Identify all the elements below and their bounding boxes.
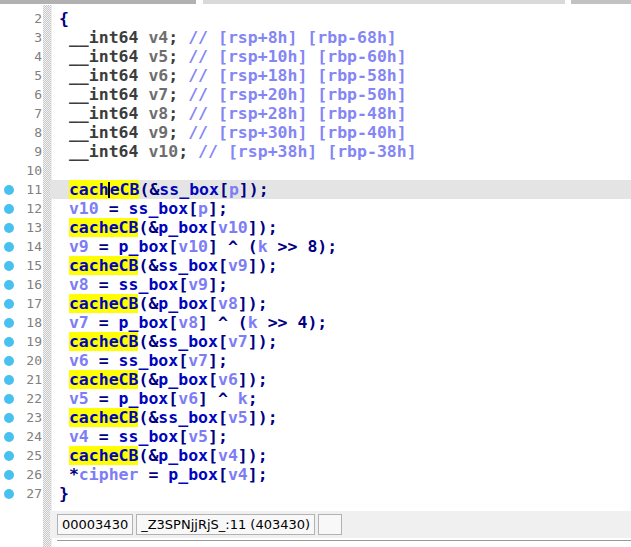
code-line[interactable]: 2{ [0, 9, 631, 28]
code-text[interactable]: v4 = ss_box[v5]; [59, 427, 228, 446]
code-text[interactable]: cacheCB(&ss_box[v7]); [59, 332, 278, 351]
line-marker-dot[interactable] [4, 318, 14, 328]
line-marker-cell[interactable] [0, 489, 18, 499]
line-marker-dot[interactable] [4, 470, 14, 480]
line-marker-cell[interactable] [0, 223, 18, 233]
code-token-dv: v9 [148, 123, 168, 142]
line-marker-dot[interactable] [4, 337, 14, 347]
code-token-glob: p_box [119, 313, 169, 332]
line-marker-cell[interactable] [0, 242, 18, 252]
code-text[interactable]: __int64 v7; // [rsp+20h] [rbp-50h] [59, 85, 407, 104]
code-text[interactable]: cacheCB(&p_box[v6]); [59, 370, 268, 389]
code-line[interactable]: 11cacheCB(&ss_box[p]); [0, 180, 631, 199]
code-text[interactable]: v8 = ss_box[v9]; [59, 275, 228, 294]
line-marker-cell[interactable] [0, 318, 18, 328]
line-marker-cell[interactable] [0, 337, 18, 347]
code-text[interactable]: cacheCB(&p_box[v8]); [59, 294, 268, 313]
code-token-num: 4 [297, 313, 307, 332]
code-line[interactable]: 24v4 = ss_box[v5]; [0, 427, 631, 446]
code-line[interactable]: 15cacheCB(&ss_box[v9]); [0, 256, 631, 275]
code-line[interactable]: 26*cipher = p_box[v4]; [0, 465, 631, 484]
code-line[interactable]: 6__int64 v7; // [rsp+20h] [rbp-50h] [0, 85, 631, 104]
status-extra [318, 514, 342, 535]
code-line[interactable]: 9__int64 v10; // [rsp+38h] [rbp-38h] [0, 142, 631, 161]
code-line[interactable]: 19cacheCB(&ss_box[v7]); [0, 332, 631, 351]
code-token-punc: (& [139, 180, 159, 199]
line-marker-dot[interactable] [4, 242, 14, 252]
code-text[interactable]: cacheCB(&ss_box[v5]); [59, 408, 278, 427]
code-line[interactable]: 3__int64 v4; // [rsp+8h] [rbp-68h] [0, 28, 631, 47]
line-marker-dot[interactable] [4, 356, 14, 366]
code-line[interactable]: 20v6 = ss_box[v7]; [0, 351, 631, 370]
code-text[interactable]: v7 = p_box[v8] ^ (k >> 4); [59, 313, 327, 332]
code-text[interactable]: } [59, 484, 69, 503]
line-marker-cell[interactable] [0, 280, 18, 290]
line-marker-cell[interactable] [0, 432, 18, 442]
code-token-punc: = [89, 389, 119, 408]
code-token-punc: ]); [238, 294, 268, 313]
code-line[interactable]: 16v8 = ss_box[v9]; [0, 275, 631, 294]
code-line[interactable]: 13cacheCB(&p_box[v10]); [0, 218, 631, 237]
code-text[interactable]: __int64 v8; // [rsp+28h] [rbp-48h] [59, 104, 407, 123]
code-line[interactable]: 14v9 = p_box[v10] ^ (k >> 8); [0, 237, 631, 256]
line-marker-dot[interactable] [4, 489, 14, 499]
code-line[interactable]: 7__int64 v8; // [rsp+28h] [rbp-48h] [0, 104, 631, 123]
code-text[interactable]: v9 = p_box[v10] ^ (k >> 8); [59, 237, 337, 256]
line-marker-dot[interactable] [4, 280, 14, 290]
line-number: 15 [18, 258, 45, 273]
code-text[interactable]: v6 = ss_box[v7]; [59, 351, 228, 370]
code-line[interactable]: 4__int64 v5; // [rsp+10h] [rbp-60h] [0, 47, 631, 66]
code-text[interactable]: __int64 v4; // [rsp+8h] [rbp-68h] [59, 28, 397, 47]
code-line[interactable]: 25cacheCB(&p_box[v4]); [0, 446, 631, 465]
code-text[interactable]: v10 = ss_box[p]; [59, 199, 228, 218]
code-text[interactable]: cacheCB(&p_box[v10]); [59, 218, 278, 237]
code-line[interactable]: 5__int64 v6; // [rsp+18h] [rbp-58h] [0, 66, 631, 85]
line-number: 21 [18, 372, 45, 387]
line-marker-dot[interactable] [4, 375, 14, 385]
line-marker-cell[interactable] [0, 299, 18, 309]
line-marker-cell[interactable] [0, 356, 18, 366]
line-marker-dot[interactable] [4, 223, 14, 233]
line-marker-dot[interactable] [4, 451, 14, 461]
code-line[interactable]: 18v7 = p_box[v8] ^ (k >> 4); [0, 313, 631, 332]
line-marker-cell[interactable] [0, 204, 18, 214]
code-token-punc: [ [218, 465, 228, 484]
line-marker-dot[interactable] [4, 413, 14, 423]
code-line[interactable]: 10 [0, 161, 631, 180]
code-line[interactable]: 22v5 = p_box[v6] ^ k; [0, 389, 631, 408]
line-marker-dot[interactable] [4, 204, 14, 214]
pseudocode-editor[interactable]: 2{3__int64 v4; // [rsp+8h] [rbp-68h]4__i… [0, 9, 631, 503]
code-text[interactable]: { [59, 9, 69, 28]
line-marker-cell[interactable] [0, 470, 18, 480]
code-text[interactable]: cacheCB(&ss_box[v9]); [59, 256, 278, 275]
code-line[interactable]: 17cacheCB(&p_box[v8]); [0, 294, 631, 313]
code-text[interactable]: __int64 v5; // [rsp+10h] [rbp-60h] [59, 47, 407, 66]
top-border-segment [203, 0, 565, 4]
line-marker-dot[interactable] [4, 299, 14, 309]
code-line[interactable]: 27} [0, 484, 631, 503]
line-marker-dot[interactable] [4, 185, 14, 195]
code-line[interactable]: 23cacheCB(&ss_box[v5]); [0, 408, 631, 427]
code-text[interactable]: __int64 v9; // [rsp+30h] [rbp-40h] [59, 123, 407, 142]
code-token-punc: ]); [248, 218, 278, 237]
line-marker-cell[interactable] [0, 375, 18, 385]
line-marker-cell[interactable] [0, 394, 18, 404]
code-line[interactable]: 12v10 = ss_box[p]; [0, 199, 631, 218]
line-marker-cell[interactable] [0, 261, 18, 271]
line-marker-cell[interactable] [0, 413, 18, 423]
code-text[interactable]: cacheCB(&p_box[v4]); [59, 446, 268, 465]
code-token-var: v10 [178, 237, 208, 256]
line-marker-cell[interactable] [0, 185, 18, 195]
code-token-glob: ss_box [119, 275, 179, 294]
code-text[interactable]: __int64 v6; // [rsp+18h] [rbp-58h] [59, 66, 407, 85]
code-line[interactable]: 8__int64 v9; // [rsp+30h] [rbp-40h] [0, 123, 631, 142]
code-text[interactable]: __int64 v10; // [rsp+38h] [rbp-38h] [59, 142, 417, 161]
code-text[interactable]: v5 = p_box[v6] ^ k; [59, 389, 258, 408]
code-text[interactable]: cacheCB(&ss_box[p]); [59, 180, 269, 199]
code-line[interactable]: 21cacheCB(&p_box[v6]); [0, 370, 631, 389]
line-marker-dot[interactable] [4, 394, 14, 404]
line-marker-dot[interactable] [4, 261, 14, 271]
line-marker-cell[interactable] [0, 451, 18, 461]
code-text[interactable]: *cipher = p_box[v4]; [59, 465, 268, 484]
line-marker-dot[interactable] [4, 432, 14, 442]
